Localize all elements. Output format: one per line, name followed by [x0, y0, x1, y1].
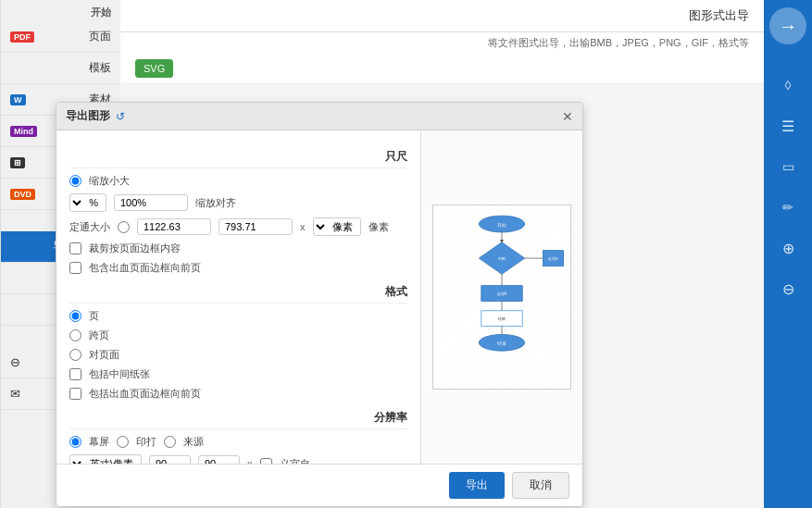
crop-row: 包含出血页面边框向前页: [69, 261, 407, 275]
bleed-checkbox[interactable]: [69, 388, 81, 400]
sidebar-icon-3[interactable]: ▭: [769, 148, 806, 185]
dialog-header: ✕ ↺ 导出图形: [56, 103, 582, 130]
size-section-title: 只尺: [69, 149, 407, 168]
print-radio[interactable]: [117, 436, 129, 448]
dpi-value-row: 义宜自 x 英寸\像素: [69, 454, 407, 464]
template-label: 模板: [89, 60, 111, 76]
x-separator: x: [300, 221, 306, 232]
zoom-input[interactable]: [114, 194, 188, 211]
page-radio[interactable]: [69, 310, 81, 322]
print-label: 印打: [136, 435, 156, 449]
page-format-row: 页: [69, 309, 407, 323]
center-checkbox[interactable]: [69, 368, 81, 380]
sidebar-icon-2[interactable]: ☰: [769, 107, 806, 144]
page-label: 页: [89, 309, 99, 323]
pdf-badge: PDF: [10, 31, 34, 43]
export-button[interactable]: 导出: [449, 472, 505, 499]
publish-icon: ⊖: [10, 355, 20, 369]
custom-radio[interactable]: [164, 436, 176, 448]
dialog-body: 开始 判断 处理B 处理A: [56, 130, 582, 464]
export-top-bar: 图形式出导: [120, 0, 764, 32]
dpi-checkbox[interactable]: [69, 242, 81, 254]
unit-label: 像素: [369, 220, 389, 234]
mindmap-badge: Mind: [10, 126, 37, 137]
auto-checkbox[interactable]: [260, 458, 272, 465]
format-section-title: 格式: [69, 284, 407, 304]
custom-size-label: 定通大小: [69, 220, 110, 234]
svg-text:开始: 开始: [497, 223, 506, 228]
facing-row: 对页面: [69, 348, 407, 362]
dvd-badge: DVD: [10, 189, 35, 200]
crop-label: 包含出血页面边框向前页: [89, 261, 201, 275]
dialog-refresh-btn[interactable]: ↺: [116, 110, 125, 123]
x-separator2: x: [247, 458, 253, 464]
screen-radio[interactable]: [69, 436, 81, 448]
sidebar-icon-6[interactable]: ⊖: [769, 270, 806, 307]
fit-page-label: 缩放小大: [89, 174, 130, 188]
zoom-row: 缩放对齐 %: [69, 193, 407, 212]
right-sidebar: → ◊ ☰ ▭ ✏ ⊕ ⊖: [764, 0, 812, 508]
width-input[interactable]: [137, 218, 211, 235]
dpi-label: 裁剪按页面边框内容: [89, 242, 181, 255]
spread-row: 跨页: [69, 328, 407, 342]
sidebar-top-icon[interactable]: →: [769, 7, 806, 44]
pixels-label: 义宜自: [280, 457, 310, 465]
unit-select[interactable]: 像素: [313, 217, 361, 236]
center-label: 包括中间纸张: [89, 367, 150, 381]
dpi-unit-select[interactable]: 英寸\像素: [69, 454, 142, 464]
svg-text:结束: 结束: [497, 341, 506, 346]
preview-box: 开始 判断 处理B 处理A: [432, 204, 571, 390]
dpi-height-input[interactable]: [198, 455, 240, 464]
cancel-button[interactable]: 取消: [512, 472, 569, 499]
zoom-select[interactable]: %: [69, 193, 106, 212]
fit-page-row: 缩放小大: [69, 174, 407, 188]
table-badge: ⊞: [10, 157, 25, 168]
dialog-title: 导出图形: [66, 108, 110, 124]
bleed-row: 包括出血页面边框向前页: [69, 387, 407, 401]
dialog-footer: 取消 导出: [56, 464, 582, 506]
facing-label: 对页面: [89, 348, 119, 362]
preview-panel: 开始 判断 处理B 处理A: [420, 130, 582, 464]
svg-text:结果: 结果: [498, 316, 506, 321]
export-dialog: ✕ ↺ 导出图形: [56, 102, 583, 507]
email-icon: ✉: [10, 387, 20, 401]
svg-text:判断: 判断: [498, 256, 506, 261]
height-input[interactable]: [219, 218, 293, 235]
pdf-label: 页面: [89, 29, 111, 44]
color-mode-row: 来源 印打 幕屏: [69, 435, 407, 449]
svg-text:处理A: 处理A: [497, 291, 507, 296]
section-header-start: 开始: [1, 0, 120, 21]
sidebar-item-template[interactable]: 模板: [1, 53, 120, 84]
crop-checkbox[interactable]: [69, 262, 81, 274]
svg-text:处理B: 处理B: [548, 256, 558, 261]
settings-panel: 只尺 缩放小大 缩放对齐 % 像素 像素 x: [56, 130, 420, 464]
format-row: SVG: [120, 54, 764, 84]
dpi-width-input[interactable]: [149, 455, 191, 464]
center-row: 包括中间纸张: [69, 367, 407, 381]
fit-page-radio[interactable]: [69, 175, 81, 187]
sidebar-item-pdf[interactable]: 页面 PDF: [1, 21, 120, 53]
custom-size-row: 像素 像素 x 定通大小: [69, 217, 407, 236]
color-section-title: 分辨率: [69, 410, 407, 429]
custom-size-radio[interactable]: [118, 221, 130, 233]
bleed-label: 包括出血页面边框向前页: [89, 387, 201, 401]
preview-diagram: 开始 判断 处理B 处理A: [433, 204, 570, 390]
sidebar-icon-1[interactable]: ◊: [769, 67, 806, 104]
spread-label: 跨页: [89, 328, 109, 342]
svg-format-btn[interactable]: SVG: [135, 59, 173, 78]
export-subtitle: 将文件图式出导，出输BMB，JPEG，PNG，GIF，格式等: [120, 32, 764, 54]
zoom-label: 缩放对齐: [195, 196, 236, 210]
dialog-close-btn[interactable]: ✕: [562, 109, 573, 124]
custom-dpi-label: 来源: [183, 435, 204, 449]
spread-radio[interactable]: [69, 329, 81, 341]
export-title: 图形式出导: [689, 8, 749, 22]
sidebar-icon-5[interactable]: ⊕: [769, 229, 806, 266]
dpi-row: 裁剪按页面边框内容: [69, 242, 407, 255]
facing-radio[interactable]: [69, 349, 81, 361]
sidebar-icon-4[interactable]: ✏: [769, 189, 806, 226]
word-badge: W: [10, 94, 26, 105]
screen-label: 幕屏: [89, 435, 109, 449]
